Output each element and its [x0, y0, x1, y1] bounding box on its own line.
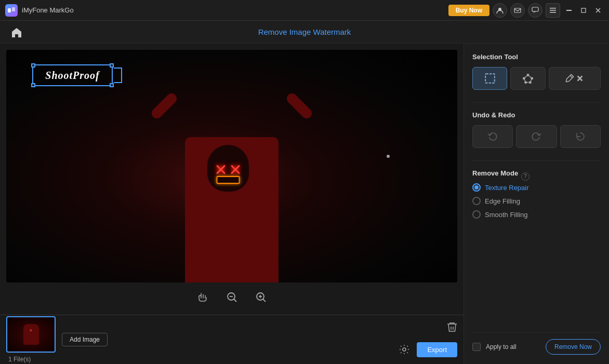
remove-mode-section: Remove Mode ? Texture Repair Edge Fillin…: [472, 169, 601, 224]
undo-redo-title: Undo & Redo: [472, 111, 601, 119]
svg-rect-9: [581, 8, 586, 12]
undo-button[interactable]: [472, 125, 513, 148]
figure: [175, 85, 289, 282]
undo-redo-section: Undo & Redo: [472, 111, 601, 148]
selection-tool-row: [472, 67, 601, 90]
mode-edge-filling-label: Edge Filling: [485, 197, 520, 205]
light-dot: [387, 155, 390, 158]
canvas-area: ShootProof: [0, 44, 464, 315]
remove-mode-title-row: Remove Mode ?: [472, 169, 601, 183]
mode-smooth-filling[interactable]: Smooth Filling: [472, 210, 601, 219]
redo-button[interactable]: [516, 125, 557, 148]
hoodie-body: [185, 137, 279, 282]
minimize-button[interactable]: [563, 5, 575, 16]
svg-rect-7: [550, 12, 556, 13]
svg-rect-3: [514, 8, 521, 12]
svg-rect-8: [566, 10, 572, 11]
mask-eye-right: [230, 163, 241, 174]
svg-rect-22: [485, 74, 495, 83]
apply-all-checkbox[interactable]: [472, 343, 481, 351]
radio-texture-repair[interactable]: [472, 183, 481, 192]
canvas-toolbar: [6, 282, 457, 308]
app-logo: [5, 4, 18, 17]
user-icon-button[interactable]: [493, 3, 507, 18]
mode-smooth-filling-label: Smooth Filling: [485, 211, 527, 219]
corner-handle-bl[interactable]: [31, 83, 35, 87]
bottom-strip: ✕ 1 File(s) Add Image: [0, 315, 464, 364]
svg-line-14: [234, 299, 236, 302]
buy-now-button[interactable]: Buy Now: [448, 5, 489, 16]
arm-right: [285, 91, 314, 121]
corner-handle-tl[interactable]: [31, 63, 35, 68]
page-title: Remove Image Watermark: [258, 28, 351, 36]
selection-tool-title: Selection Tool: [472, 53, 601, 61]
remove-mode-title: Remove Mode: [472, 169, 518, 177]
reset-button[interactable]: [560, 125, 601, 148]
watermark-text: ShootProof: [45, 70, 99, 82]
title-bar-actions: Buy Now: [448, 3, 604, 18]
watermark-selection-box[interactable]: ShootProof: [32, 64, 113, 86]
selection-tool-section: Selection Tool: [472, 53, 601, 90]
arm-left: [150, 91, 179, 121]
rectangle-select-button[interactable]: [472, 67, 507, 90]
zoom-out-button[interactable]: [222, 288, 241, 306]
close-button[interactable]: [592, 5, 604, 16]
menu-icon-button[interactable]: [546, 3, 560, 18]
svg-line-29: [570, 76, 572, 78]
bottom-actions: Export: [396, 341, 457, 358]
maximize-button[interactable]: [578, 5, 589, 16]
home-button[interactable]: [8, 24, 25, 41]
settings-button[interactable]: [396, 341, 413, 358]
apply-remove-row: Apply to all Remove Now: [472, 339, 601, 355]
apply-all-label: Apply to all: [486, 343, 540, 350]
hand-tool-button[interactable]: [193, 288, 212, 306]
radio-edge-filling[interactable]: [472, 197, 481, 205]
chat-icon-button[interactable]: [528, 3, 542, 18]
corner-handle-tr[interactable]: [110, 63, 114, 68]
svg-rect-6: [550, 10, 556, 11]
head: [207, 145, 249, 192]
help-icon[interactable]: ?: [521, 172, 529, 181]
radio-smooth-filling[interactable]: [472, 210, 481, 219]
mask-eye-left: [215, 163, 227, 174]
hoodie-hood: [192, 137, 264, 199]
nav-bar: Remove Image Watermark: [0, 21, 609, 44]
app-title: iMyFone MarkGo: [22, 6, 448, 14]
thumbnail-inner: ✕: [7, 317, 55, 352]
delete-all-button[interactable]: [447, 321, 457, 335]
svg-point-21: [403, 348, 406, 351]
title-bar: iMyFone MarkGo Buy Now: [0, 0, 609, 21]
main-layout: ShootProof: [0, 44, 609, 364]
svg-rect-5: [550, 8, 556, 9]
polygon-select-button[interactable]: [510, 67, 545, 90]
svg-rect-1: [12, 7, 15, 11]
add-image-button[interactable]: Add Image: [62, 333, 108, 346]
zoom-in-button[interactable]: [251, 288, 270, 306]
svg-line-18: [263, 299, 266, 302]
thumb-eyes: ✕: [29, 328, 33, 333]
bottom-left: ✕ 1 File(s): [6, 316, 56, 363]
bracket-right: [114, 68, 122, 83]
thumb-figure: ✕: [23, 324, 39, 345]
divider-1: [472, 102, 601, 103]
canvas-column: ShootProof: [0, 44, 464, 364]
svg-rect-4: [532, 7, 538, 11]
file-count: 1 File(s): [8, 356, 56, 363]
brush-tool-button[interactable]: [549, 67, 601, 90]
mode-texture-repair[interactable]: Texture Repair: [472, 183, 601, 192]
image-container[interactable]: ShootProof: [6, 50, 457, 282]
panel-bottom: Apply to all Remove Now: [472, 332, 601, 355]
email-icon-button[interactable]: [510, 3, 525, 18]
mode-texture-repair-label: Texture Repair: [485, 184, 529, 192]
corner-handle-br[interactable]: [110, 83, 114, 87]
svg-rect-0: [8, 8, 11, 12]
mode-edge-filling[interactable]: Edge Filling: [472, 197, 601, 205]
divider-2: [472, 160, 601, 161]
image-thumbnail[interactable]: ✕: [6, 316, 56, 353]
remove-now-button[interactable]: Remove Now: [546, 339, 601, 355]
export-button[interactable]: Export: [417, 342, 457, 357]
mask-mouth: [217, 176, 240, 184]
right-panel: Selection Tool: [464, 44, 609, 364]
image-background: ShootProof: [6, 50, 457, 282]
undo-redo-row: [472, 125, 601, 148]
